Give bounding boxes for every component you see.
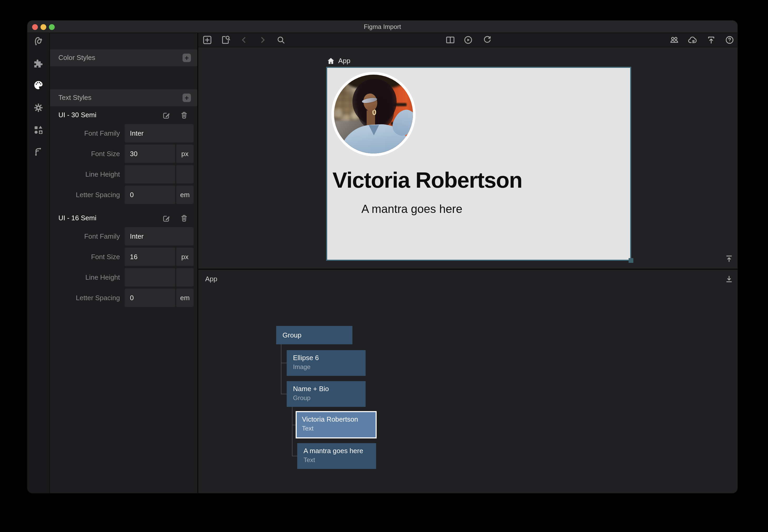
collaborators-icon[interactable] <box>669 35 680 45</box>
window-title: Figma Import <box>27 21 738 33</box>
field-label: Font Size <box>50 248 120 266</box>
field-label: Font Family <box>50 124 120 142</box>
text-style-row: UI - 30 Semi <box>50 106 197 124</box>
tree-node-name-bio[interactable]: Name + Bio Group <box>287 381 365 407</box>
tree-connector <box>292 456 297 456</box>
font-family-row: Font Family Inter <box>50 124 197 142</box>
styles-palette-icon[interactable] <box>33 79 44 91</box>
line-height-row: Line Height <box>50 268 197 287</box>
collapse-up-icon[interactable] <box>724 253 734 264</box>
breadcrumb-label: App <box>338 57 350 65</box>
font-family-input[interactable]: Inter <box>125 124 193 142</box>
font-family-input[interactable]: Inter <box>125 227 193 245</box>
card-tagline-text[interactable]: A mantra goes here <box>332 202 491 216</box>
tree-node-group[interactable]: Group <box>276 326 352 344</box>
cloud-sync-icon[interactable] <box>688 35 698 45</box>
letter-spacing-row: Letter Spacing 0 em <box>50 289 197 307</box>
font-size-unit[interactable]: px <box>176 248 193 266</box>
text-style-row: UI - 16 Semi <box>50 209 197 227</box>
tree-node-title: Ellipse 6 <box>293 354 319 362</box>
tree-node-subtitle: Text <box>302 425 313 432</box>
tree-node-title: A mantra goes here <box>303 447 363 455</box>
app-frame[interactable]: Victoria Robertson A mantra goes here <box>326 67 631 261</box>
delete-style-icon[interactable] <box>179 213 189 223</box>
main-area: App <box>198 33 738 493</box>
desktop: Figma Import <box>0 0 768 532</box>
tree-connector <box>281 394 287 394</box>
tree-node-subtitle: Group <box>293 394 310 402</box>
help-icon[interactable] <box>724 35 735 45</box>
figma-import-window: Figma Import <box>27 21 738 493</box>
upload-icon[interactable] <box>706 35 716 45</box>
search-icon[interactable] <box>276 35 286 45</box>
name-bio-group[interactable]: Victoria Robertson A mantra goes here <box>332 168 491 216</box>
letter-spacing-input[interactable]: 0 <box>125 186 175 204</box>
field-label: Line Height <box>50 268 120 287</box>
tree-connector <box>281 363 287 363</box>
tree-node-victoria-selected[interactable]: Victoria Robertson Text <box>295 411 376 438</box>
tree-connector <box>292 407 292 456</box>
tree-panel-title: App <box>205 275 217 283</box>
titlebar: Figma Import <box>27 21 738 33</box>
layer-tree-panel: App Group Ellipse 6 <box>198 269 738 493</box>
refresh-icon[interactable] <box>482 35 492 45</box>
settings-icon[interactable] <box>33 102 44 114</box>
font-size-input[interactable]: 30 <box>125 145 175 163</box>
line-height-input[interactable] <box>125 165 175 183</box>
design-canvas[interactable]: App <box>198 47 738 269</box>
selection-resize-handle[interactable] <box>629 258 633 263</box>
edit-style-icon[interactable] <box>161 110 171 120</box>
collapse-down-icon[interactable] <box>724 274 734 284</box>
tree-node-subtitle: Image <box>293 363 310 371</box>
home-icon <box>327 57 334 64</box>
main-toolbar <box>198 33 738 47</box>
field-label: Line Height <box>50 165 120 183</box>
delete-style-icon[interactable] <box>179 110 189 120</box>
letter-spacing-input[interactable]: 0 <box>125 289 175 307</box>
font-size-input[interactable]: 16 <box>125 248 175 266</box>
text-style-name: UI - 16 Semi <box>58 209 96 227</box>
flow-icon[interactable] <box>33 35 44 46</box>
line-height-input[interactable] <box>125 268 175 287</box>
text-style-name: UI - 30 Semi <box>58 106 96 124</box>
page-search-icon[interactable] <box>220 35 231 45</box>
text-styles-header: Text Styles + <box>50 89 197 106</box>
letter-spacing-row: Letter Spacing 0 em <box>50 186 197 204</box>
breadcrumb[interactable]: App <box>327 57 350 65</box>
edit-style-icon[interactable] <box>161 213 171 223</box>
tree-node-subtitle: Text <box>303 456 315 464</box>
color-styles-title: Color Styles <box>58 49 95 66</box>
field-label: Font Family <box>50 227 120 245</box>
font-size-unit[interactable]: px <box>176 145 193 163</box>
tree-node-ellipse[interactable]: Ellipse 6 Image <box>287 350 365 376</box>
avatar-photo <box>334 75 413 154</box>
field-label: Letter Spacing <box>50 289 120 307</box>
tree-node-title: Group <box>276 326 352 344</box>
font-size-row: Font Size 30 px <box>50 145 197 163</box>
add-color-style-button[interactable]: + <box>182 54 191 62</box>
letter-spacing-unit[interactable]: em <box>176 289 193 307</box>
card-name-text[interactable]: Victoria Robertson <box>332 168 491 193</box>
text-styles-title: Text Styles <box>58 89 91 106</box>
tree-node-title: Name + Bio <box>293 385 329 393</box>
forward-icon[interactable] <box>257 35 268 45</box>
branch-icon[interactable] <box>33 146 44 157</box>
plugins-icon[interactable] <box>33 58 44 69</box>
line-height-row: Line Height <box>50 165 197 183</box>
play-icon[interactable] <box>463 35 474 45</box>
tree-node-title: Victoria Robertson <box>302 415 358 423</box>
styles-panel: Color Styles + Text Styles + UI - 30 Sem… <box>50 33 198 493</box>
back-icon[interactable] <box>239 35 249 45</box>
assets-icon[interactable] <box>33 124 44 136</box>
letter-spacing-unit[interactable]: em <box>176 186 193 204</box>
field-label: Letter Spacing <box>50 186 120 204</box>
avatar[interactable] <box>331 72 416 156</box>
font-size-row: Font Size 16 px <box>50 248 197 266</box>
line-height-unit[interactable] <box>176 165 193 183</box>
split-columns-icon[interactable] <box>445 35 456 45</box>
color-styles-header: Color Styles + <box>50 49 197 66</box>
add-frame-icon[interactable] <box>202 35 212 45</box>
add-text-style-button[interactable]: + <box>182 94 191 102</box>
tree-node-mantra[interactable]: A mantra goes here Text <box>297 443 376 469</box>
line-height-unit[interactable] <box>176 268 193 287</box>
